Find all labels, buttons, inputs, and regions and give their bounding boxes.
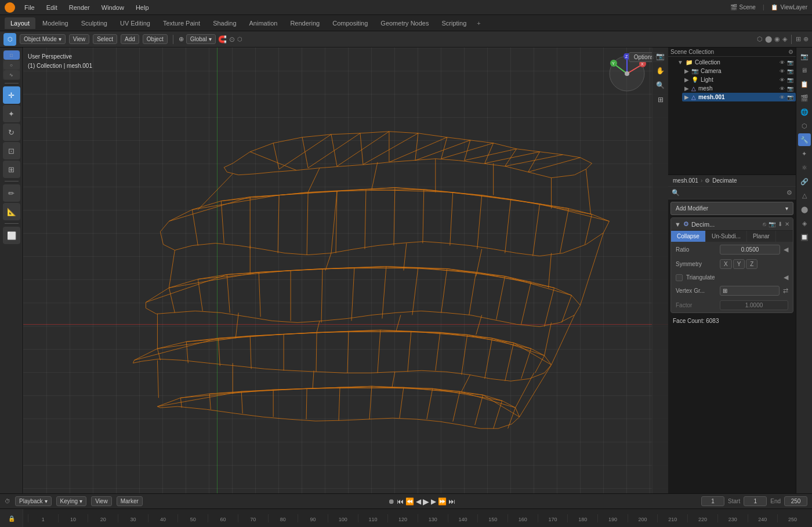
tab-unsubdivide[interactable]: Un-Subdi...: [706, 231, 747, 242]
tab-compositing[interactable]: Compositing: [327, 17, 374, 29]
symmetry-x-button[interactable]: X: [720, 259, 732, 269]
prop-shader-icon[interactable]: ◈: [798, 217, 811, 230]
modifier-close-icon[interactable]: ✕: [785, 221, 789, 227]
menu-render[interactable]: Render: [67, 3, 92, 12]
cam-vis-icon[interactable]: 👁: [780, 68, 785, 74]
light-render-icon[interactable]: 📷: [787, 77, 793, 83]
tab-modeling[interactable]: Modeling: [37, 17, 74, 29]
vertex-group-swap-icon[interactable]: ⇄: [783, 287, 788, 295]
scale-tool[interactable]: ⊡: [3, 142, 20, 159]
snap-icon[interactable]: 🧲: [218, 35, 227, 43]
rotate-tool[interactable]: ↻: [3, 123, 20, 141]
ortho-icon[interactable]: ⊞: [654, 93, 667, 106]
properties-search-input[interactable]: [682, 190, 784, 196]
modifier-expand-icon[interactable]: ▼: [675, 221, 681, 228]
modifier-icon2[interactable]: 📷: [768, 221, 775, 227]
tab-scripting[interactable]: Scripting: [436, 17, 472, 29]
mesh001-render-icon[interactable]: 📷: [787, 95, 793, 100]
marker-menu[interactable]: Marker: [117, 496, 143, 506]
outliner-item-mesh[interactable]: ▶ △ mesh 👁 📷: [682, 84, 796, 93]
mesh001-vis-icon[interactable]: 👁: [780, 95, 785, 100]
jump-to-end-icon[interactable]: ⏭: [448, 497, 455, 506]
prop-object-icon[interactable]: ⬡: [798, 119, 811, 132]
tab-rendering[interactable]: Rendering: [284, 17, 325, 29]
gizmo-icon[interactable]: ⊕: [803, 35, 809, 43]
tab-layout[interactable]: Layout: [5, 17, 35, 29]
viewport-shading-render[interactable]: ◈: [782, 35, 787, 43]
vertex-group-field[interactable]: ⊞: [720, 286, 780, 296]
add-menu[interactable]: Add: [121, 34, 139, 44]
transform-orientation-dropdown[interactable]: Global▾: [186, 34, 216, 44]
ratio-value[interactable]: 0.0500: [720, 245, 780, 255]
tab-sculpting[interactable]: Sculpting: [75, 17, 113, 29]
prop-physics-icon[interactable]: ⚛: [798, 161, 811, 174]
start-frame-display[interactable]: 1: [744, 496, 767, 506]
triangulate-checkbox[interactable]: [676, 274, 683, 281]
proportional-edit-icon[interactable]: ⊙: [229, 35, 235, 43]
tab-texture-paint[interactable]: Texture Paint: [157, 17, 206, 29]
prop-world-icon[interactable]: 🌐: [798, 106, 811, 118]
camera-view-icon[interactable]: 📷: [654, 50, 667, 63]
render-icon[interactable]: 📷: [787, 60, 793, 66]
outliner-filter-icon[interactable]: ⚙: [788, 49, 793, 55]
select-box-tool[interactable]: □: [3, 50, 20, 60]
menu-file[interactable]: File: [22, 3, 37, 12]
add-modifier-button[interactable]: Add Modifier ▾: [670, 202, 793, 215]
tab-collapse[interactable]: Collapse: [671, 231, 706, 242]
viewport-shading-material[interactable]: ◉: [774, 35, 780, 43]
visibility-icon[interactable]: 👁: [780, 60, 785, 66]
step-forward-icon[interactable]: ⏩: [438, 497, 447, 506]
modifier-icon1[interactable]: ⎋: [763, 221, 766, 227]
play-icon[interactable]: ▶: [423, 497, 429, 506]
cursor-tool[interactable]: ✛: [3, 86, 20, 104]
overlay-icon[interactable]: ⊞: [796, 35, 801, 43]
ratio-arrow-icon[interactable]: ◀: [784, 246, 788, 253]
timeline-marks[interactable]: 1 10 20 30 40 50 60 70 80 90 100 110 120…: [23, 514, 812, 522]
grab-icon[interactable]: ✋: [654, 64, 667, 77]
step-forward-frame-icon[interactable]: ▶: [431, 497, 436, 506]
outliner-item-collection[interactable]: ▼ 📁 Collection 👁 📷: [675, 58, 796, 67]
view-menu-timeline[interactable]: View: [91, 496, 112, 506]
viewport-shading-solid[interactable]: ⬤: [765, 35, 772, 43]
menu-window[interactable]: Window: [99, 3, 126, 12]
tab-planar[interactable]: Planar: [747, 231, 776, 242]
move-tool[interactable]: ✦: [3, 105, 20, 122]
prop-data-icon[interactable]: △: [798, 189, 811, 202]
prop-modifier-icon[interactable]: 🔧: [798, 133, 811, 146]
prop-viewlayer-icon[interactable]: 📋: [798, 78, 811, 90]
prop-material-icon[interactable]: ⬤: [798, 203, 811, 216]
properties-filter-icon[interactable]: ⚙: [786, 189, 792, 197]
current-frame-display[interactable]: 1: [701, 496, 724, 506]
prop-particles-icon[interactable]: ✦: [798, 147, 811, 160]
annotate-tool[interactable]: ✏: [3, 184, 20, 202]
menu-help[interactable]: Help: [133, 3, 151, 12]
prop-scene-icon[interactable]: 🎬: [798, 92, 811, 104]
triangulate-arrow-icon[interactable]: ◀: [784, 274, 788, 281]
viewport[interactable]: User Perspective (1) Collection | mesh.0…: [23, 48, 668, 493]
add-cube-tool[interactable]: ⬜: [3, 227, 20, 244]
outliner-item-mesh001[interactable]: ▶ △ mesh.001 👁 📷: [682, 93, 796, 101]
factor-value[interactable]: 1.0000: [720, 300, 788, 310]
step-back-icon[interactable]: ⏪: [405, 497, 414, 506]
outliner-item-camera[interactable]: ▶ 📷 Camera 👁 📷: [682, 67, 796, 75]
zoom-icon[interactable]: 🔍: [654, 79, 667, 92]
object-menu[interactable]: Object: [143, 34, 168, 44]
record-icon[interactable]: ⏺: [388, 497, 395, 506]
timeline-ruler[interactable]: 🔒 1 10 20 30 40 50 60 70 80 90 100 110 1…: [0, 509, 812, 527]
light-vis-icon[interactable]: 👁: [780, 77, 785, 83]
outliner-item-light[interactable]: ▶ 💡 Light 👁 📷: [682, 75, 796, 84]
object-mode-dropdown[interactable]: Object Mode▾: [20, 34, 66, 44]
add-workspace-button[interactable]: +: [473, 17, 484, 29]
mesh-render-icon[interactable]: 📷: [787, 86, 793, 92]
menu-edit[interactable]: Edit: [44, 3, 60, 12]
select-lasso-tool[interactable]: ∿: [3, 70, 20, 79]
tab-animation[interactable]: Animation: [244, 17, 284, 29]
tab-uv-editing[interactable]: UV Editing: [114, 17, 156, 29]
modifier-icon3[interactable]: ⬇: [778, 221, 782, 227]
select-menu[interactable]: Select: [93, 34, 117, 44]
tab-geometry-nodes[interactable]: Geometry Nodes: [375, 17, 434, 29]
mesh-vis-icon[interactable]: 👁: [780, 86, 785, 92]
select-circle-tool[interactable]: ○: [3, 60, 20, 70]
keying-menu[interactable]: Keying▾: [56, 496, 87, 506]
prop-texture-icon[interactable]: 🔲: [798, 231, 811, 243]
